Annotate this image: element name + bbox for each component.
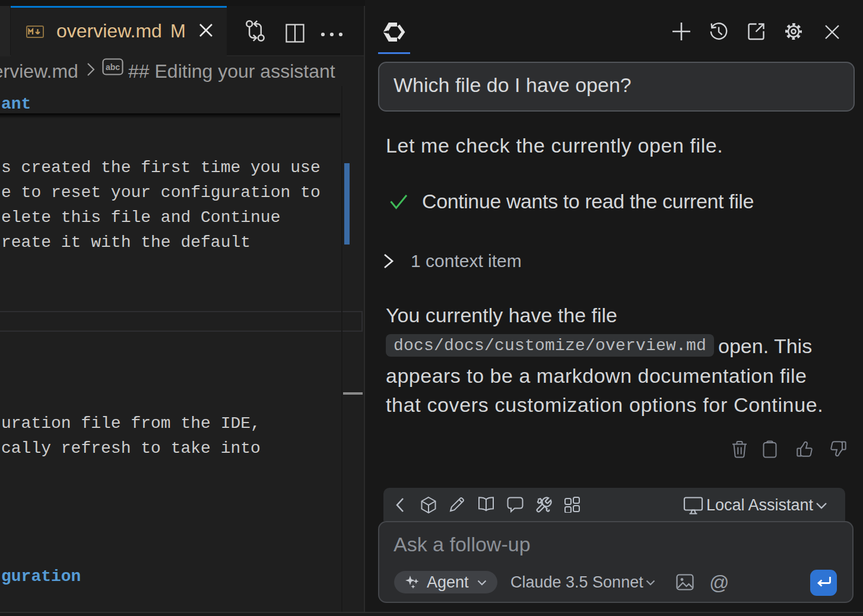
svg-text:abc: abc (106, 62, 120, 72)
